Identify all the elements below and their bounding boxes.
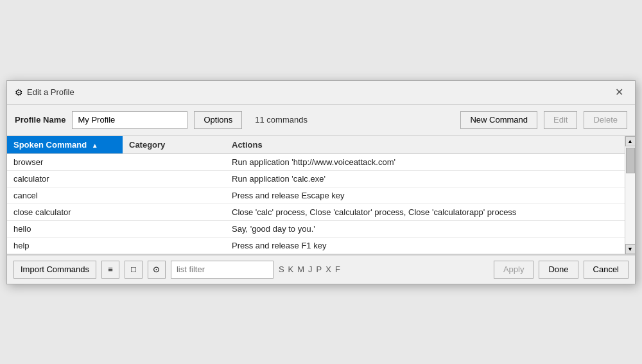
filter-letters: S K M J P X F (279, 264, 340, 274)
cell-spoken-command: close calculator (7, 204, 123, 220)
cell-actions: Say, 'good day to you.' (225, 220, 625, 237)
scroll-up-button[interactable]: ▲ (625, 136, 636, 146)
delete-button[interactable]: Delete (584, 111, 627, 129)
filter-p[interactable]: P (317, 264, 322, 274)
profile-row: Profile Name Options 11 commands New Com… (7, 105, 635, 135)
table-scroll: Spoken Command ▲ Category Actions (7, 136, 625, 254)
table-row[interactable]: close calculatorClose 'calc' process, Cl… (7, 204, 625, 220)
commands-count: 11 commands (255, 115, 308, 125)
table-row[interactable]: browserRun application 'http://www.voice… (7, 153, 625, 170)
cell-actions: Run application 'calc.exe' (225, 170, 625, 187)
edit-button[interactable]: Edit (544, 111, 577, 129)
filter-m[interactable]: M (297, 264, 304, 274)
close-button[interactable]: ✕ (611, 86, 627, 99)
vertical-scrollbar[interactable]: ▲ ▼ (625, 136, 635, 254)
filter-s[interactable]: S (279, 264, 284, 274)
apply-button[interactable]: Apply (494, 261, 534, 279)
table-row[interactable]: calculatorRun application 'calc.exe' (7, 170, 625, 187)
edit-profile-dialog: ⚙ Edit a Profile ✕ Profile Name Options … (6, 80, 636, 284)
gear-icon: ⚙ (15, 87, 23, 98)
filter-k[interactable]: K (288, 264, 294, 274)
cell-category (123, 187, 225, 204)
cell-actions: Press and release F1 key (225, 237, 625, 254)
filter-j[interactable]: J (308, 264, 313, 274)
cell-actions: Run application 'http://www.voiceattack.… (225, 153, 625, 170)
column-header-category[interactable]: Category (123, 136, 225, 154)
table-row[interactable]: helloSay, 'good day to you.' (7, 220, 625, 237)
new-command-button[interactable]: New Command (460, 111, 537, 129)
column-header-spoken[interactable]: Spoken Command ▲ (7, 136, 123, 154)
filter-x[interactable]: X (325, 264, 331, 274)
cell-spoken-command: calculator (7, 170, 123, 187)
import-commands-button[interactable]: Import Commands (13, 261, 96, 279)
cell-actions: Close 'calc' process, Close 'calculator'… (225, 204, 625, 220)
cell-spoken-command: cancel (7, 187, 123, 204)
bottom-bar: Import Commands ≡ □ ⊙ S K M J P X F Appl… (7, 255, 635, 284)
filter-f[interactable]: F (335, 264, 340, 274)
sort-arrow-icon: ▲ (92, 142, 98, 149)
list-view-button[interactable]: ≡ (101, 261, 119, 279)
title-bar: ⚙ Edit a Profile ✕ (7, 81, 635, 105)
cancel-button[interactable]: Cancel (584, 261, 629, 279)
cell-category (123, 237, 225, 254)
title-bar-left: ⚙ Edit a Profile (15, 87, 74, 98)
dialog-title: Edit a Profile (27, 87, 74, 97)
cell-actions: Press and release Escape key (225, 187, 625, 204)
cell-category (123, 204, 225, 220)
done-button[interactable]: Done (539, 261, 578, 279)
cell-category (123, 170, 225, 187)
scroll-track[interactable] (625, 146, 635, 244)
profile-name-input[interactable] (72, 111, 187, 129)
cell-spoken-command: hello (7, 220, 123, 237)
profile-name-label: Profile Name (15, 115, 65, 125)
record-view-button[interactable]: ⊙ (148, 261, 166, 279)
options-button[interactable]: Options (194, 111, 242, 129)
table-row[interactable]: helpPress and release F1 key (7, 237, 625, 254)
column-header-actions[interactable]: Actions (225, 136, 625, 154)
cell-spoken-command: browser (7, 153, 123, 170)
cell-category (123, 153, 225, 170)
cell-category (123, 220, 225, 237)
scroll-down-button[interactable]: ▼ (625, 244, 636, 254)
scroll-thumb[interactable] (626, 148, 635, 173)
commands-table: Spoken Command ▲ Category Actions (7, 136, 625, 254)
commands-table-container: Spoken Command ▲ Category Actions (7, 135, 635, 255)
list-filter-input[interactable] (171, 261, 273, 279)
table-row[interactable]: cancelPress and release Escape key (7, 187, 625, 204)
cell-spoken-command: help (7, 237, 123, 254)
grid-view-button[interactable]: □ (125, 261, 143, 279)
